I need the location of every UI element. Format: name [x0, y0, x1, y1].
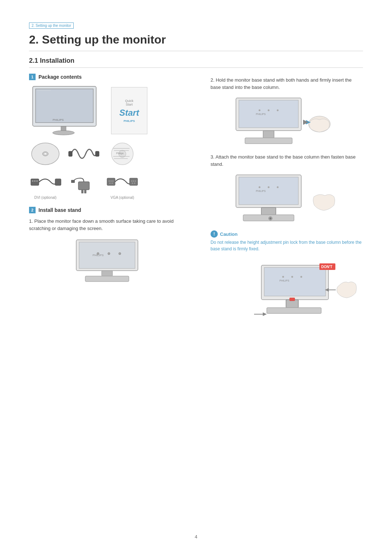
- svg-rect-48: [239, 100, 298, 128]
- package-row-1: PHILIPS QuickStart Start PHILIPS: [29, 85, 196, 137]
- two-col-layout: 1 Package contents: [29, 74, 363, 324]
- usb-cable-illustration: [68, 176, 100, 200]
- step-num-3: 3.: [211, 154, 215, 160]
- svg-point-32: [111, 182, 113, 184]
- svg-rect-76: [267, 308, 321, 313]
- svg-point-28: [109, 180, 110, 182]
- step2-label: 2 Install base stand: [29, 207, 196, 213]
- svg-point-52: [277, 110, 279, 111]
- svg-rect-54: [245, 138, 292, 144]
- svg-point-71: [282, 276, 284, 278]
- quickstart-guide-illustration: QuickStart Start PHILIPS: [111, 87, 147, 134]
- vga-label: VGA (optional): [106, 196, 139, 200]
- caution-text: Do not release the height adjustment pin…: [211, 239, 363, 252]
- svg-point-3: [53, 131, 74, 135]
- svg-point-73: [301, 276, 302, 278]
- svg-rect-23: [78, 182, 89, 190]
- base-stand-illus-2: PHILIPS: [211, 95, 363, 148]
- step1-label-text: Package contents: [38, 74, 82, 80]
- svg-rect-10: [95, 151, 99, 156]
- svg-rect-69: [264, 267, 326, 296]
- base-stand-illus-3: PHILIPS: [211, 172, 363, 225]
- svg-point-44: [97, 253, 99, 255]
- caution-box: ! Caution Do not release the height adju…: [211, 230, 363, 252]
- package-row-2: Philips: [29, 141, 196, 168]
- svg-rect-20: [34, 180, 36, 182]
- svg-point-72: [291, 276, 293, 278]
- step1-num: 1: [29, 74, 36, 80]
- right-column: 2. Hold the monitor base stand with both…: [211, 74, 363, 324]
- svg-rect-19: [32, 180, 33, 182]
- svg-point-45: [108, 253, 110, 255]
- svg-point-50: [259, 110, 261, 111]
- svg-point-36: [135, 180, 136, 182]
- svg-point-61: [268, 186, 270, 188]
- manual-illustration: Philips: [106, 141, 139, 168]
- step1-instruction: 1. Place the monitor face down a smooth …: [29, 218, 196, 232]
- svg-rect-63: [261, 208, 276, 215]
- cd-illustration: [29, 141, 62, 168]
- svg-rect-24: [81, 190, 83, 193]
- package-contents-grid: PHILIPS QuickStart Start PHILIPS: [29, 85, 196, 200]
- svg-text:PHILIPS: PHILIPS: [53, 118, 64, 122]
- svg-text:PHILIPS: PHILIPS: [256, 190, 266, 192]
- svg-point-46: [119, 253, 121, 255]
- page-container: 2. Setting up the monitor 2. Setting up …: [0, 0, 392, 554]
- package-row-3: DVI (optional): [29, 172, 196, 200]
- step-num-1: 1.: [29, 218, 33, 224]
- svg-point-37: [132, 182, 133, 184]
- svg-point-30: [112, 180, 114, 182]
- svg-point-62: [277, 186, 279, 188]
- svg-rect-41: [102, 271, 113, 276]
- breadcrumb: 2. Setting up the monitor: [29, 22, 74, 29]
- svg-rect-40: [79, 242, 135, 268]
- svg-rect-9: [69, 151, 72, 156]
- svg-text:PHILIPS: PHILIPS: [279, 279, 289, 282]
- step2-num: 2: [29, 207, 36, 213]
- quickstart-subtitle-text: QuickStart: [125, 99, 133, 106]
- step3-instruction: 3. Attach the monitor base stand to the …: [211, 153, 363, 168]
- step2-label-text: Install base stand: [38, 207, 81, 213]
- caution-header: ! Caution: [211, 230, 363, 238]
- section-heading: 2.1 Installation: [29, 57, 363, 68]
- svg-point-29: [110, 180, 112, 182]
- caution-icon: !: [211, 230, 218, 238]
- svg-rect-18: [31, 179, 39, 185]
- start-text: Start: [119, 108, 139, 118]
- svg-marker-56: [303, 120, 309, 125]
- svg-point-35: [133, 180, 134, 182]
- svg-rect-22: [55, 179, 61, 185]
- main-title: 2. Setting up the monitor: [29, 33, 363, 51]
- svg-point-8: [44, 153, 47, 155]
- svg-text:PHILIPS: PHILIPS: [256, 113, 266, 115]
- svg-point-60: [259, 186, 261, 188]
- svg-rect-26: [71, 180, 75, 183]
- svg-text:DON'T: DON'T: [321, 265, 332, 269]
- dont-illustration: PHILIPS DON'T: [211, 258, 363, 320]
- svg-rect-25: [84, 190, 86, 193]
- brand-text: PHILIPS: [123, 119, 135, 123]
- svg-point-31: [109, 182, 111, 184]
- svg-point-34: [131, 180, 132, 182]
- svg-rect-58: [239, 177, 298, 205]
- step-num-2: 2.: [211, 77, 215, 83]
- svg-text:Philips: Philips: [116, 152, 124, 155]
- left-column: 1 Package contents: [29, 74, 196, 324]
- base-stand-illus-1: PHILIPS: [29, 236, 196, 283]
- svg-marker-80: [263, 312, 267, 316]
- svg-point-51: [268, 110, 270, 111]
- dvi-label: DVI (optional): [29, 196, 62, 200]
- svg-rect-53: [263, 131, 274, 138]
- step1-label: 1 Package contents: [29, 74, 196, 80]
- monitor-illustration: PHILIPS: [29, 85, 105, 137]
- caution-title: Caution: [220, 231, 237, 237]
- step2-instruction: 2. Hold the monitor base stand with both…: [211, 77, 363, 91]
- page-number: 4: [195, 534, 197, 539]
- svg-rect-21: [36, 180, 38, 182]
- power-cable-illustration: [68, 141, 100, 168]
- svg-point-38: [134, 182, 135, 184]
- vga-cable-illustration: VGA (optional): [106, 172, 139, 200]
- svg-rect-75: [290, 298, 295, 301]
- svg-rect-1: [36, 89, 93, 123]
- svg-rect-42: [85, 276, 129, 282]
